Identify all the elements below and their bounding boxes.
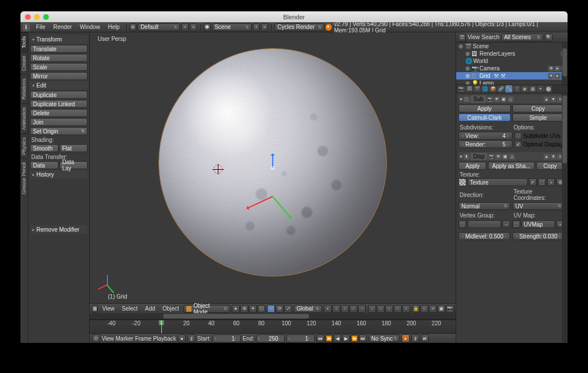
proportional-icon[interactable]: ○ <box>420 305 428 313</box>
shading-solid-icon[interactable]: ● <box>232 305 240 313</box>
snap-magnet-icon[interactable]: ⌖ <box>429 305 437 313</box>
disp-movedown[interactable]: ▼ <box>551 154 556 160</box>
sub-catmull-button[interactable]: Catmull-Clark <box>458 114 511 121</box>
ptab-modifiers[interactable]: 🔧 <box>505 85 512 93</box>
subdivide-uvs-checkbox[interactable] <box>515 132 522 139</box>
shade-flat-button[interactable]: Flat <box>60 144 88 152</box>
outliner-row-renderlayers[interactable]: ⊕🖼RenderLayers▢ <box>456 50 568 57</box>
ptab-physics[interactable]: ⬤ <box>545 85 552 93</box>
gizmo-center[interactable] <box>271 166 274 170</box>
tab-greasepencil[interactable]: Grease Pencil <box>20 158 28 198</box>
editor-type-3dview-icon[interactable]: ▦ <box>92 305 98 313</box>
join-button[interactable]: Join <box>30 118 87 126</box>
outliner-menu-search[interactable]: Search <box>482 34 500 40</box>
back-button[interactable]: ⧉ <box>130 23 137 31</box>
disp-apply-button[interactable]: Apply <box>458 162 486 170</box>
optimal-display-checkbox[interactable]: ✓ <box>515 141 522 148</box>
vp-menu-add[interactable]: Add <box>142 305 158 312</box>
modifier-disp-name[interactable]: Disp <box>470 153 487 160</box>
outliner-row-grid[interactable]: ⊕▽Grid⚒ ⚒👁➤📷 <box>456 72 568 79</box>
tl-menu-view[interactable]: View <box>102 336 114 342</box>
disp-edit-toggle[interactable]: ▣ <box>502 154 508 160</box>
tab-physics[interactable]: Physics <box>20 133 28 158</box>
menu-render[interactable]: Render <box>50 24 76 30</box>
scene-dropdown[interactable]: Scene⇅ <box>212 23 252 31</box>
texcoord-dropdown[interactable]: UV⇅ <box>512 202 564 210</box>
disp-display-toggle[interactable]: 👁 <box>495 154 501 160</box>
ptab-world[interactable]: 🌐 <box>481 85 489 93</box>
current-frame-field[interactable]: ‹1› <box>286 334 315 342</box>
data-layout-button[interactable]: Data Lay <box>60 161 88 169</box>
tl-menu-playback[interactable]: Playback <box>153 336 177 342</box>
render-engine-dropdown[interactable]: Cycles Render⇅ <box>274 23 324 31</box>
disp-cage-toggle[interactable]: △ <box>509 154 515 160</box>
play-icon[interactable]: ▶ <box>342 334 350 342</box>
outliner-search-icon[interactable]: 🔍 <box>545 33 553 41</box>
vgroup-field[interactable] <box>468 220 501 228</box>
outliner-row-lamp[interactable]: ⊕💡Lamp <box>456 79 568 85</box>
duplicate-button[interactable]: Duplicate <box>30 91 87 99</box>
ptab-render[interactable]: 📷 <box>457 85 465 93</box>
keyset-icon[interactable]: ⚷ <box>187 334 195 342</box>
mirror-button[interactable]: Mirror <box>30 72 87 80</box>
viewport-h-scrollbar[interactable] <box>90 313 456 319</box>
tab-tools[interactable]: Tools <box>20 32 28 52</box>
lock-camera-icon[interactable]: 🔒 <box>412 305 420 313</box>
end-frame-field[interactable]: ‹250› <box>256 334 285 342</box>
timeline-canvas[interactable]: -80-40-200204060801001201401601802002202… <box>90 320 456 333</box>
sub-render-field[interactable]: ‹Render:5› <box>458 140 512 148</box>
ptab-renderlayers[interactable]: 🖼 <box>465 85 473 93</box>
vgroup-browse-icon[interactable]: ⬚ <box>458 220 466 228</box>
editor-type-outliner-icon[interactable]: ☰ <box>458 33 466 41</box>
translate-gizmo-icon[interactable]: ↔ <box>267 305 275 313</box>
texture-users-icon[interactable]: ⬚ <box>538 178 546 186</box>
direction-dropdown[interactable]: Normal⇅ <box>458 202 510 210</box>
autokey-icon[interactable]: ● <box>178 334 186 342</box>
sync-dropdown[interactable]: No Sync⇅ <box>369 334 400 342</box>
tab-relations[interactable]: Relations <box>20 74 28 103</box>
vp-menu-view[interactable]: View <box>99 305 118 312</box>
ptab-scene[interactable]: 🎬 <box>473 85 481 93</box>
tab-create[interactable]: Create <box>20 52 28 74</box>
texture-unlink-icon[interactable]: × <box>547 178 555 186</box>
pivot-icon[interactable]: ⊕ <box>240 305 248 313</box>
panel-edit[interactable]: Edit <box>30 81 87 90</box>
editor-type-timeline-icon[interactable]: ⏱ <box>92 334 100 342</box>
start-frame-field[interactable]: ‹1› <box>212 334 241 342</box>
shade-smooth-button[interactable]: Smooth <box>30 144 59 152</box>
titlebar[interactable]: Blender <box>20 11 568 22</box>
sub-simple-button[interactable]: Simple <box>512 114 565 121</box>
gizmo-z-arrow[interactable] <box>272 154 273 168</box>
vp-menu-select[interactable]: Select <box>119 305 141 312</box>
disp-copy-button[interactable]: Copy <box>536 162 564 170</box>
vgroup-invert-icon[interactable]: ↔ <box>502 220 510 228</box>
sub-copy-button[interactable]: Copy <box>512 104 565 112</box>
disp-moveup[interactable]: ▲ <box>544 154 549 160</box>
snap-icon[interactable]: ⬡ <box>257 305 265 313</box>
rotate-gizmo-icon[interactable]: ⟳ <box>276 305 283 313</box>
play-reverse-icon[interactable]: ◀ <box>333 334 341 342</box>
ptab-object[interactable]: 📦 <box>489 85 497 93</box>
sub-edit-toggle[interactable]: ▣ <box>501 97 507 102</box>
add-layout-button[interactable]: + <box>181 23 189 31</box>
duplicate-linked-button[interactable]: Duplicate Linked <box>30 100 87 108</box>
scene-browse-icon[interactable]: ⬢ <box>203 23 211 31</box>
panel-transform[interactable]: Transform <box>30 35 87 44</box>
screen-layout-dropdown[interactable]: Default⇅ <box>137 23 180 31</box>
jump-end-icon[interactable]: ⏭ <box>359 334 367 342</box>
disp-applyshape-button[interactable]: Apply as Sha... <box>488 162 534 170</box>
outliner-filter-dropdown[interactable]: All Scenes⇅ <box>501 33 543 41</box>
tl-menu-frame[interactable]: Frame <box>135 336 152 342</box>
texture-f-button[interactable]: F <box>529 178 537 186</box>
3d-viewport[interactable]: User Persp (1) Grid <box>90 32 456 303</box>
modifier-sub-header[interactable]: ▾ ⬚ Sub 📷 👁 ▣ △ ▲ ▼ × <box>458 95 564 103</box>
outliner-row-world[interactable]: 🌐World <box>456 57 568 65</box>
translate-button[interactable]: Translate <box>30 45 87 53</box>
modifier-disp-header[interactable]: ▾ ⬍ Disp 📷 👁 ▣ △ ▲ ▼ × <box>458 152 564 161</box>
menu-file[interactable]: File <box>33 24 49 30</box>
outliner-menu-view[interactable]: View <box>468 34 480 40</box>
disp-render-toggle[interactable]: 📷 <box>489 154 494 160</box>
modifier-sub-name[interactable]: Sub <box>470 95 486 103</box>
ptab-texture[interactable]: ▦ <box>529 85 536 93</box>
outliner-row-camera[interactable]: ⊕📷Camera👁➤📷 <box>456 65 568 72</box>
